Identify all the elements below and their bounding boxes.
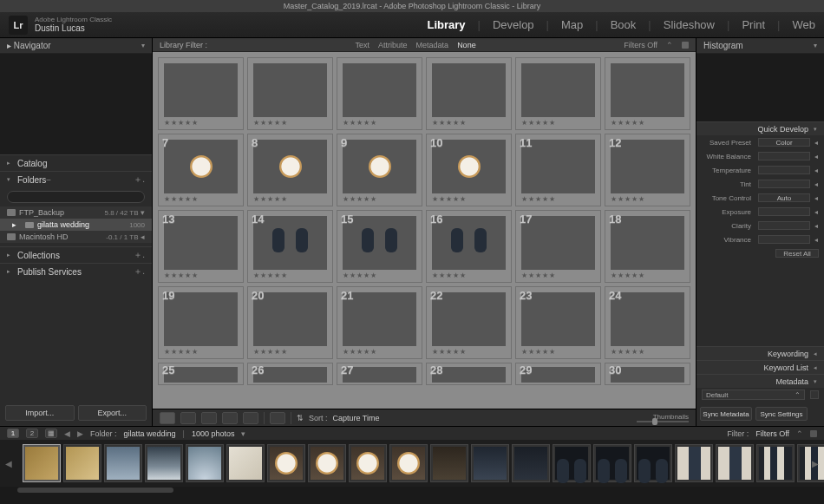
histogram-display[interactable] [696,54,824,121]
sync-metadata-button[interactable]: Sync Metadata [700,407,752,421]
thumbnail[interactable] [164,140,238,193]
filmstrip-cell[interactable] [389,444,428,482]
module-library[interactable]: Library [427,18,465,31]
qd-control[interactable] [758,180,810,188]
forward-icon[interactable]: ▶ [77,429,83,438]
publish-plus-icon[interactable]: ＋. [128,265,145,278]
rating-stars[interactable]: ★★★★★ [248,272,332,282]
filmstrip-cell[interactable] [797,444,824,482]
filmstrip-cell[interactable] [63,444,101,482]
rating-stars[interactable]: ★★★★★ [337,195,422,206]
rating-stars[interactable]: ★★★★★ [248,195,332,206]
qd-disclosure-icon[interactable]: ◂ [814,208,819,216]
qd-control[interactable] [758,221,810,230]
grid-cell[interactable]: 25★★★★★ [158,363,244,385]
thumbnail[interactable] [432,292,506,346]
filmstrip-cell[interactable] [104,444,142,482]
module-slideshow[interactable]: Slideshow [664,18,715,31]
metadata-preset-dropdown[interactable]: Default⌃ [702,389,805,400]
thumbnail[interactable] [253,140,327,193]
grid-cell[interactable]: 24★★★★★ [605,286,690,359]
thumbnail[interactable] [343,292,416,346]
thumbnail[interactable] [164,216,238,270]
filter-tab-attribute[interactable]: Attribute [378,41,408,49]
rating-stars[interactable]: ★★★★★ [516,272,600,282]
navigator-preview[interactable] [0,54,152,154]
thumbnail[interactable] [611,216,684,270]
grid-cell[interactable]: ★★★★★ [247,57,333,130]
rating-stars[interactable]: ★★★★★ [605,119,690,129]
rating-stars[interactable]: ★★★★★ [605,195,690,206]
qd-control[interactable] [758,207,810,216]
filter-tab-metadata[interactable]: Metadata [416,41,449,49]
thumbnail[interactable] [343,216,416,270]
rating-stars[interactable]: ★★★★★ [337,272,422,282]
grid-cell[interactable]: 13★★★★★ [158,210,244,283]
qd-control[interactable]: Auto [758,193,810,202]
thumbnail[interactable] [521,140,595,193]
filmstrip-cell[interactable] [308,444,346,482]
qd-disclosure-icon[interactable]: ◂ [814,139,819,147]
module-book[interactable]: Book [611,18,637,31]
view-survey-button[interactable] [222,412,238,424]
histogram-header[interactable]: Histogram ▾ [696,38,824,54]
thumbnail[interactable] [343,367,416,383]
rating-stars[interactable]: ★★★★★ [427,348,511,358]
grid-cell[interactable]: 28★★★★★ [426,363,512,385]
rating-stars[interactable]: ★★★★★ [248,348,332,358]
rating-stars[interactable]: ★★★★★ [159,272,243,282]
qd-control[interactable]: Color [758,138,810,147]
module-develop[interactable]: Develop [493,18,534,31]
thumbnail[interactable] [611,63,684,117]
view-compare-button[interactable] [201,412,217,424]
filmstrip-filter-lock-icon[interactable] [810,430,817,437]
rating-stars[interactable]: ★★★★★ [605,272,690,282]
rating-stars[interactable]: ★★★★★ [248,119,332,129]
sort-dropdown[interactable]: Capture Time [333,414,380,422]
grid-cell[interactable]: 23★★★★★ [515,286,601,359]
filmstrip-cell[interactable] [430,444,468,482]
grid-cell[interactable]: 26★★★★★ [247,363,333,385]
sort-direction-icon[interactable]: ⇅ [297,414,304,422]
volume-row-ftp[interactable]: FTP_Backup 5.8 / 42 TB ▾ [0,206,152,219]
module-web[interactable]: Web [793,18,816,31]
view-people-button[interactable] [243,412,258,424]
filmstrip-scrollbar[interactable] [0,487,824,494]
grid-cell[interactable]: 15★★★★★ [337,210,422,283]
thumbnail[interactable] [611,140,684,193]
grid-cell[interactable]: 16★★★★★ [426,210,512,283]
thumbnail[interactable] [521,216,595,270]
grid-cell[interactable]: ★★★★★ [426,57,512,130]
identity-plate[interactable]: Adobe Lightroom Classic Dustin Lucas [35,16,112,34]
folder-row-gilatta[interactable]: ▸ gilatta wedding 1000 [0,219,152,231]
folders-minus-icon[interactable]: − [46,175,51,185]
filmstrip-cell[interactable] [634,444,672,482]
rating-stars[interactable]: ★★★★★ [337,119,422,129]
thumbnail[interactable] [164,292,238,346]
rating-stars[interactable]: ★★★★★ [159,119,243,129]
qd-disclosure-icon[interactable]: ◂ [814,222,819,230]
rating-stars[interactable]: ★★★★★ [516,119,600,129]
filmstrip-cell[interactable] [756,444,795,482]
catalog-header[interactable]: ▸Catalog [0,155,152,171]
folders-filter-input[interactable] [7,191,145,203]
filmstrip[interactable] [0,440,824,487]
filmstrip-cell[interactable] [186,444,224,482]
thumbnail[interactable] [521,292,595,346]
module-map[interactable]: Map [561,18,583,31]
thumbnail[interactable] [432,216,506,270]
thumbnail[interactable] [253,216,327,270]
rating-stars[interactable]: ★★★★★ [427,272,511,282]
thumbnail[interactable] [432,63,506,117]
thumbnail[interactable] [611,367,684,383]
filmstrip-cell[interactable] [267,444,305,482]
qd-disclosure-icon[interactable]: ◂ [814,180,819,188]
grid-cell[interactable]: 10★★★★★ [426,134,512,206]
thumbnail[interactable] [432,367,506,383]
folders-header[interactable]: ▾Folders − ＋. [0,172,152,187]
qd-control[interactable] [758,166,810,174]
import-button[interactable]: Import... [5,405,75,421]
qd-disclosure-icon[interactable]: ◂ [814,236,819,244]
quick-develop-header[interactable]: Quick Develop▾ [696,121,824,135]
painter-tool-button[interactable] [270,412,285,424]
